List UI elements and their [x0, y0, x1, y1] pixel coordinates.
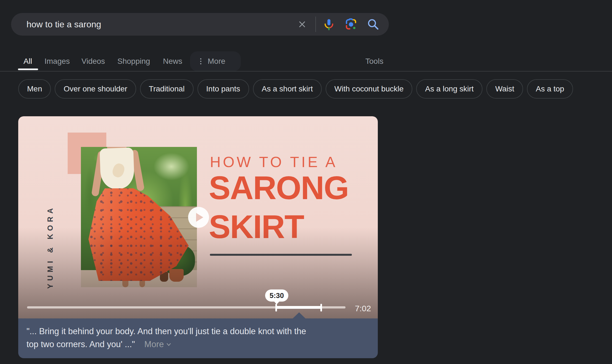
transcript-caption-panel: "... Bring it behind your body. And then… — [18, 318, 378, 358]
chip-with-coconut-buckle[interactable]: With coconut buckle — [326, 79, 413, 99]
tab-more-label: More — [208, 51, 225, 71]
key-moment-start-marker[interactable] — [275, 304, 277, 312]
transcript-line2-row: top two corners. And you' ..."More — [27, 338, 306, 351]
caption-pointer-triangle — [293, 312, 305, 318]
chip-as-a-top[interactable]: As a top — [527, 79, 573, 99]
video-thumbnail[interactable]: HOW TO TIE A SARONG SKIRT YUMI & KORA 5:… — [18, 116, 378, 318]
search-icon — [366, 18, 380, 31]
tab-videos-label: Videos — [81, 57, 105, 65]
thumbnail-bottom-scrim — [18, 116, 378, 318]
timestamp-bubble[interactable]: 5:30 — [265, 289, 288, 302]
chip-traditional[interactable]: Traditional — [140, 79, 194, 99]
chip-men[interactable]: Men — [18, 79, 51, 99]
clear-search-button[interactable] — [296, 18, 308, 30]
transcript-line2: top two corners. And you' ..." — [27, 339, 135, 349]
google-lens-button[interactable] — [344, 18, 358, 31]
google-search-results-page: how to tie a sarong — [0, 0, 612, 364]
search-bar[interactable]: how to tie a sarong — [11, 13, 389, 36]
transcript-line1: "... Bring it behind your body. And then… — [27, 325, 306, 338]
tab-more[interactable]: More — [197, 51, 225, 71]
three-dots-vertical-icon — [197, 57, 205, 65]
tab-news[interactable]: News — [163, 51, 182, 71]
tab-shopping[interactable]: Shopping — [117, 51, 150, 71]
timestamp-bubble-label: 5:30 — [270, 291, 284, 300]
more-label: More — [144, 339, 164, 349]
tools-label: Tools — [365, 57, 383, 65]
key-moment-end-marker[interactable] — [320, 304, 322, 312]
more-expander[interactable]: More — [144, 339, 172, 349]
chip-waist[interactable]: Waist — [486, 79, 523, 99]
search-bar-divider — [315, 17, 316, 32]
key-moment-segment[interactable] — [276, 306, 321, 309]
lens-camera-icon — [344, 18, 358, 31]
tab-all-label: All — [23, 57, 32, 65]
tabs-separator — [0, 71, 612, 72]
close-icon — [297, 19, 307, 29]
tab-news-label: News — [163, 57, 182, 65]
chip-over-one-shoulder[interactable]: Over one shoulder — [55, 79, 136, 99]
search-submit-button[interactable] — [366, 18, 380, 31]
tools-button[interactable]: Tools — [365, 51, 383, 71]
video-result-card[interactable]: HOW TO TIE A SARONG SKIRT YUMI & KORA 5:… — [18, 116, 378, 358]
chip-as-a-short-skirt[interactable]: As a short skirt — [253, 79, 322, 99]
chevron-down-icon — [166, 343, 172, 347]
tab-videos[interactable]: Videos — [81, 51, 105, 71]
transcript-text: "... Bring it behind your body. And then… — [27, 325, 306, 351]
refinement-chips: Men Over one shoulder Traditional Into p… — [18, 79, 573, 99]
chip-into-pants[interactable]: Into pants — [197, 79, 249, 99]
video-duration: 7:02 — [355, 304, 371, 313]
tab-images[interactable]: Images — [44, 51, 70, 71]
results-tabs: All Images Videos Shopping News More Too… — [0, 51, 612, 71]
search-input[interactable]: how to tie a sarong — [27, 13, 101, 36]
tab-images-label: Images — [44, 57, 70, 65]
chip-as-a-long-skirt[interactable]: As a long skirt — [416, 79, 482, 99]
microphone-icon — [322, 18, 336, 31]
tab-shopping-label: Shopping — [117, 57, 150, 65]
voice-search-button[interactable] — [322, 18, 336, 31]
active-tab-underline — [18, 68, 38, 70]
